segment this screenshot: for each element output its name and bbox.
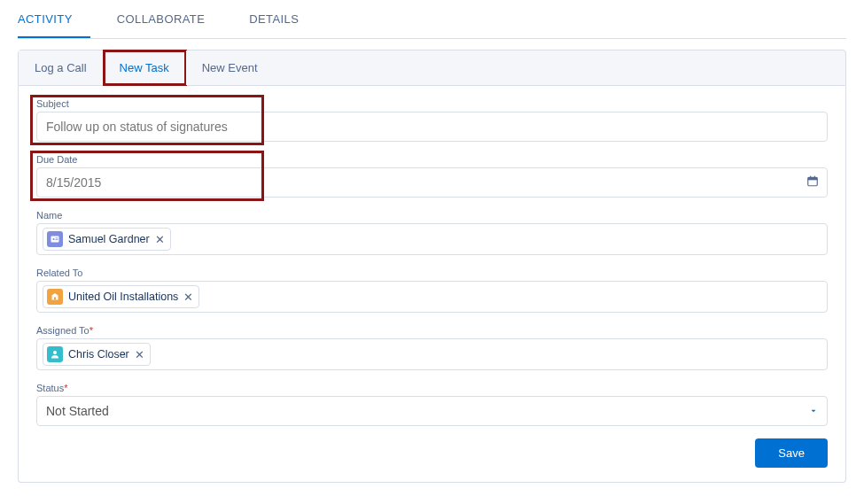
name-label: Name [36,210,828,221]
name-pill: Samuel Gardner ✕ [43,228,171,251]
subject-input[interactable] [36,112,828,142]
subject-label: Subject [36,98,828,109]
tab-details[interactable]: DETAILS [249,0,316,38]
contact-icon [47,231,63,247]
status-label: Status* [36,383,828,393]
related-to-group: Related To United Oil Installations ✕ [36,268,828,313]
subtab-new-event[interactable]: New Event [186,50,274,85]
related-to-lookup[interactable]: United Oil Installations ✕ [36,281,828,313]
due-date-group: Due Date [36,154,828,198]
due-date-label: Due Date [36,154,828,165]
tab-activity[interactable]: ACTIVITY [18,0,90,38]
new-task-form: Subject Due Date Name Samuel Gardner [18,86,846,483]
activity-subtabs: Log a Call New Task New Event [18,50,846,86]
subtab-new-task[interactable]: New Task [104,50,186,85]
due-date-input[interactable] [36,167,828,198]
main-tab-bar: ACTIVITY COLLABORATE DETAILS [18,0,846,39]
svg-rect-4 [51,236,59,243]
name-lookup[interactable]: Samuel Gardner ✕ [36,223,828,255]
name-pill-label: Samuel Gardner [68,233,150,245]
status-group: Status* Not Started [36,383,828,426]
user-icon [47,346,63,362]
assigned-to-pill-remove-icon[interactable]: ✕ [135,348,144,361]
subject-group: Subject [36,98,828,142]
tab-collaborate[interactable]: COLLABORATE [117,0,223,38]
related-to-label: Related To [36,268,828,278]
assigned-to-group: Assigned To* Chris Closer ✕ [36,325,828,370]
svg-point-5 [52,238,54,240]
name-group: Name Samuel Gardner ✕ [36,210,828,255]
svg-rect-1 [808,177,818,180]
svg-rect-2 [810,176,811,179]
account-icon [47,289,63,305]
svg-rect-7 [56,239,58,240]
svg-rect-6 [56,238,58,239]
svg-rect-3 [814,176,815,179]
related-to-pill-label: United Oil Installations [68,291,178,303]
assigned-to-pill-label: Chris Closer [68,348,129,361]
form-actions: Save [36,438,828,468]
calendar-icon[interactable] [806,175,819,190]
assigned-to-lookup[interactable]: Chris Closer ✕ [36,338,828,370]
assigned-to-pill: Chris Closer ✕ [43,343,151,366]
chevron-down-icon [809,404,818,418]
subtab-log-a-call[interactable]: Log a Call [19,50,104,85]
name-pill-remove-icon[interactable]: ✕ [155,233,165,246]
status-value: Not Started [46,404,109,418]
status-select[interactable]: Not Started [36,396,828,426]
save-button[interactable]: Save [755,438,828,468]
svg-point-9 [53,351,57,354]
related-to-pill-remove-icon[interactable]: ✕ [183,291,193,304]
related-to-pill: United Oil Installations ✕ [43,285,199,308]
activity-panel: ACTIVITY COLLABORATE DETAILS Log a Call … [0,0,864,500]
svg-rect-8 [54,298,56,300]
assigned-to-label: Assigned To* [36,325,828,336]
